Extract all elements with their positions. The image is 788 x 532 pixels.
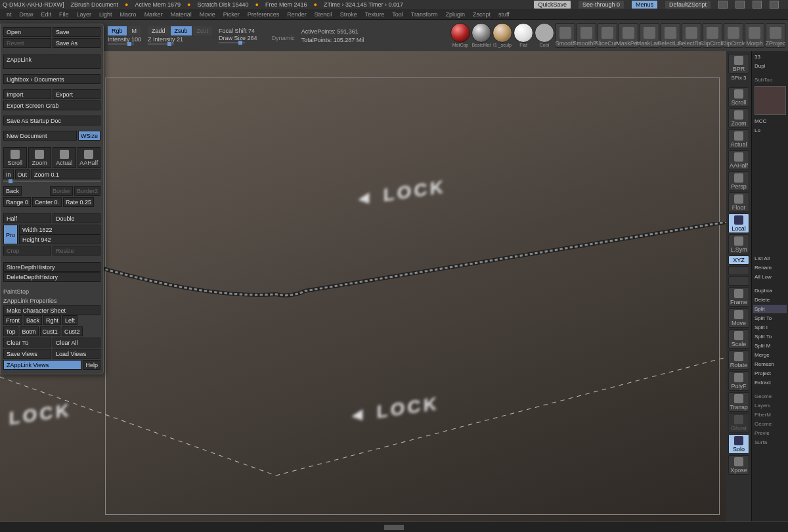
height-value[interactable]: Height 942 <box>19 234 100 244</box>
z-intensity-slider[interactable] <box>148 43 174 45</box>
zapplink-props-label[interactable]: ZAppLink Properties <box>3 296 100 305</box>
brush-smoothpk[interactable]: SmoothPk <box>577 23 596 48</box>
aahalf-icon[interactable]: AAHalf <box>77 147 101 168</box>
menu-movie[interactable]: Movie <box>196 11 219 18</box>
menu-tool[interactable]: Tool <box>388 11 407 18</box>
wsize-button[interactable]: WSize <box>78 131 100 141</box>
menu-zplugin[interactable]: Zplugin <box>441 11 469 18</box>
rgb-intensity-slider[interactable] <box>108 43 134 45</box>
geometry2-header[interactable]: Geome <box>753 420 787 428</box>
menu-stroke[interactable]: Stroke <box>336 11 361 18</box>
dupl-label[interactable]: Dupl <box>753 62 787 70</box>
lsym-button[interactable]: L.Sym <box>728 234 749 254</box>
menu-stuff[interactable]: stuff <box>494 11 514 18</box>
surface-header[interactable]: Surfa <box>753 438 787 447</box>
resize-button[interactable]: Resize <box>53 246 100 255</box>
m-button[interactable]: M <box>128 26 141 35</box>
zapplink-views-button[interactable]: ZAppLink Views <box>3 360 81 370</box>
window-icon-2[interactable] <box>735 1 745 9</box>
move-button[interactable]: Move <box>728 308 749 328</box>
project-button[interactable]: Project <box>753 369 787 378</box>
store-depth-button[interactable]: StoreDepthHistory <box>3 262 100 272</box>
brush-selectrect[interactable]: SelectRec <box>682 23 701 48</box>
crop-button[interactable]: Crop <box>3 246 51 255</box>
export-button[interactable]: Export <box>53 89 100 99</box>
help-button[interactable]: Help <box>83 360 100 370</box>
quicksave-button[interactable]: QuickSave <box>534 1 571 9</box>
defaultzscript-button[interactable]: DefaultZScript <box>665 1 711 9</box>
menu-stencil[interactable]: Stencil <box>311 11 336 18</box>
brush-masklasso[interactable]: MaskLass <box>640 23 659 48</box>
menu-edit[interactable]: Edit <box>37 11 56 18</box>
duplicate-button[interactable]: Duplica <box>753 286 787 295</box>
saveas-button[interactable]: Save As <box>53 38 100 48</box>
double-button[interactable]: Double <box>53 213 100 223</box>
menu-draw[interactable]: Draw <box>16 11 37 18</box>
polyf-button[interactable]: PolyF <box>728 371 749 391</box>
border-button[interactable]: Border <box>50 186 73 196</box>
zoom-out-button[interactable]: Out <box>15 169 30 179</box>
revert-button[interactable]: Revert <box>3 38 51 48</box>
preview-header[interactable]: Previe <box>753 429 787 437</box>
zapplink-button[interactable]: ZAppLink <box>3 55 100 69</box>
scale-button[interactable]: Scale <box>728 329 749 349</box>
ghost-button[interactable]: Ghost <box>728 413 749 433</box>
subtool-thumb-1[interactable] <box>755 86 786 115</box>
transp-button[interactable]: Transp <box>728 392 749 412</box>
spix-label[interactable]: SPix 3 <box>731 75 746 81</box>
matcap-sphere[interactable] <box>450 23 470 43</box>
solo-button[interactable]: Solo <box>728 434 749 454</box>
dynamic-label[interactable]: Dynamic <box>272 35 295 41</box>
fibermesh-header[interactable]: FiberM <box>753 410 787 419</box>
color-swatch[interactable] <box>535 23 554 43</box>
bottom-handle-icon[interactable] <box>384 525 404 530</box>
brush-morph[interactable]: Morph <box>745 23 764 48</box>
window-icon-4[interactable] <box>770 1 779 9</box>
view-bottom[interactable]: Botm <box>20 326 39 336</box>
clearto-button[interactable]: Clear To <box>3 338 51 347</box>
alllow-button[interactable]: All Low <box>753 273 787 281</box>
delete-button[interactable]: Delete <box>753 296 787 304</box>
menu-marker[interactable]: Marker <box>141 11 167 18</box>
sculp-sphere[interactable] <box>492 23 512 43</box>
saveviews-button[interactable]: Save Views <box>3 349 51 359</box>
brush-clipcircle2[interactable]: ClipCircle <box>724 23 743 48</box>
startup-doc-button[interactable]: Save As Startup Doc <box>3 116 100 125</box>
rate-value[interactable]: Rate 0.25 <box>63 197 94 207</box>
geometry-header[interactable]: Geome <box>753 392 787 401</box>
bpr-button[interactable]: BPR <box>728 54 749 74</box>
window-icon-1[interactable] <box>718 1 728 9</box>
remesh-button[interactable]: Remesh <box>753 360 787 368</box>
brush-zproject[interactable]: ZProjec <box>766 23 785 48</box>
half-button[interactable]: Half <box>3 213 51 223</box>
pro-button[interactable]: Pro <box>3 225 18 244</box>
menu-file[interactable]: File <box>55 11 73 18</box>
view-left[interactable]: Left <box>62 315 77 325</box>
open-button[interactable]: Open <box>3 27 51 37</box>
rename-button[interactable]: Renam <box>753 263 787 272</box>
zadd-button[interactable]: Zadd <box>148 26 169 35</box>
xyz-button[interactable]: XYZ <box>728 255 749 265</box>
floor-button[interactable]: Floor <box>728 192 749 212</box>
layers-header[interactable]: Layers <box>753 401 787 410</box>
zoom-value[interactable]: Zoom 0.1 <box>31 169 100 179</box>
save-button[interactable]: Save <box>53 27 100 37</box>
clearall-button[interactable]: Clear All <box>53 338 100 347</box>
menu-macro[interactable]: Macro <box>116 11 141 18</box>
listall-button[interactable]: List All <box>753 254 787 263</box>
zcut-button[interactable]: Zcut <box>193 26 213 35</box>
menu-texture[interactable]: Texture <box>361 11 389 18</box>
seethrough-slider[interactable]: See-through 0 <box>579 1 624 9</box>
split-m[interactable]: Split M <box>753 342 787 350</box>
local-button[interactable]: Local <box>728 213 749 233</box>
xpose-button[interactable]: Xpose <box>728 455 749 475</box>
zoom-in-button[interactable]: In <box>3 169 14 179</box>
zoom-button[interactable]: Zoom <box>728 108 749 128</box>
view-front[interactable]: Front <box>3 315 22 325</box>
view-cust1[interactable]: Cust1 <box>40 326 61 336</box>
zsub-button[interactable]: Zsub <box>171 26 192 35</box>
export-grab-button[interactable]: Export Screen Grab <box>3 100 100 110</box>
menu-light[interactable]: Light <box>95 11 116 18</box>
view-back[interactable]: Back <box>24 315 42 325</box>
subtool-mcc[interactable]: MCC <box>753 117 787 125</box>
